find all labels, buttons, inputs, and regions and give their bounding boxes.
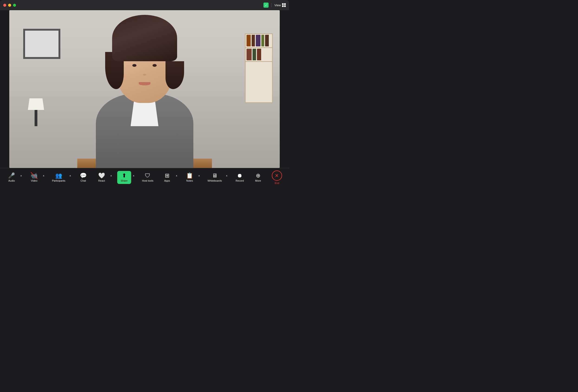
apps-label: Apps bbox=[164, 179, 170, 182]
record-button[interactable]: ⏺ Record bbox=[233, 171, 247, 184]
record-label: Record bbox=[236, 179, 244, 182]
share-icon: ⬆ bbox=[122, 173, 127, 178]
shelf-row-1 bbox=[245, 34, 272, 48]
title-bar: ✓ View bbox=[0, 0, 289, 10]
participants-chevron[interactable]: ▲ bbox=[69, 173, 72, 178]
apps-icon: ⊞ bbox=[165, 173, 169, 178]
react-label: React bbox=[98, 179, 105, 182]
share-chevron[interactable]: ▲ bbox=[132, 173, 135, 178]
camera-icon: 📹 bbox=[31, 173, 38, 178]
more-icon: ⊕ bbox=[256, 173, 260, 178]
video-button[interactable]: 📹 Video bbox=[27, 171, 41, 184]
notes-label: Notes bbox=[186, 179, 193, 182]
host-tools-group: 🛡 Host tools bbox=[140, 171, 156, 184]
chat-button[interactable]: 💬 Chat bbox=[76, 171, 90, 184]
share-button[interactable]: ⬆ Share bbox=[117, 171, 131, 184]
person-video bbox=[77, 10, 212, 168]
notes-group: 📋 Notes ▲ bbox=[183, 171, 201, 184]
end-label: End bbox=[275, 182, 279, 184]
video-area bbox=[9, 10, 280, 168]
lamp-shade bbox=[28, 98, 44, 110]
video-group: 📹 Video ▲ bbox=[27, 171, 45, 184]
react-button[interactable]: 🤍 React bbox=[95, 171, 109, 184]
record-icon: ⏺ bbox=[237, 173, 242, 178]
apps-button[interactable]: ⊞ Apps bbox=[160, 171, 174, 184]
toolbar: 🎤 Audio ▲ 📹 Video ▲ 👥 Participants ▲ 💬 C… bbox=[0, 168, 289, 186]
host-tools-button[interactable]: 🛡 Host tools bbox=[140, 171, 156, 184]
person-hair-top bbox=[112, 15, 177, 61]
audio-label: Audio bbox=[8, 179, 15, 182]
video-background bbox=[9, 10, 280, 168]
view-button[interactable]: View bbox=[274, 3, 286, 7]
audio-chevron[interactable]: ▲ bbox=[19, 173, 23, 178]
microphone-icon: 🎤 bbox=[8, 173, 15, 178]
react-icon: 🤍 bbox=[98, 173, 105, 178]
bookshelf bbox=[245, 33, 273, 103]
close-button[interactable] bbox=[3, 4, 6, 7]
notes-chevron[interactable]: ▲ bbox=[197, 173, 201, 178]
end-button[interactable]: ✕ End bbox=[270, 169, 284, 186]
share-label: Share bbox=[121, 179, 127, 182]
grid-icon bbox=[282, 3, 286, 7]
notes-button[interactable]: 📋 Notes bbox=[183, 171, 197, 184]
view-label: View bbox=[274, 3, 281, 7]
end-group: ✕ End bbox=[270, 169, 284, 186]
traffic-lights bbox=[3, 4, 16, 7]
participants-icon: 👥 bbox=[55, 173, 62, 178]
participants-button[interactable]: 👥 Participants bbox=[50, 171, 68, 184]
chat-icon: 💬 bbox=[80, 173, 87, 178]
end-icon: ✕ bbox=[272, 171, 282, 181]
share-group: ⬆ Share ▲ bbox=[117, 171, 135, 184]
record-group: ⏺ Record bbox=[233, 171, 247, 184]
maximize-button[interactable] bbox=[13, 4, 16, 7]
apps-chevron[interactable]: ▲ bbox=[175, 173, 178, 178]
more-button[interactable]: ⊕ More bbox=[251, 171, 265, 184]
shelf-row-2 bbox=[245, 48, 272, 62]
whiteboard-icon: 🖥 bbox=[212, 173, 218, 178]
person-hair-right bbox=[165, 61, 184, 89]
audio-button[interactable]: 🎤 Audio bbox=[5, 171, 19, 184]
participants-group: 👥 Participants ▲ bbox=[50, 171, 72, 184]
participants-label: Participants bbox=[52, 179, 65, 182]
security-badge: ✓ bbox=[263, 2, 269, 8]
audio-group: 🎤 Audio ▲ bbox=[5, 171, 23, 184]
video-chevron[interactable]: ▲ bbox=[42, 173, 45, 178]
more-label: More bbox=[255, 179, 261, 182]
react-group: 🤍 React ▲ bbox=[95, 171, 113, 184]
lamp bbox=[28, 98, 44, 126]
video-label: Video bbox=[31, 179, 37, 182]
chat-label: Chat bbox=[81, 179, 86, 182]
host-tools-label: Host tools bbox=[142, 179, 153, 182]
whiteboards-label: Whiteboards bbox=[207, 179, 222, 182]
whiteboards-group: 🖥 Whiteboards ▲ bbox=[205, 171, 228, 184]
react-chevron[interactable]: ▲ bbox=[110, 173, 113, 178]
whiteboards-button[interactable]: 🖥 Whiteboards bbox=[205, 171, 224, 184]
chat-group: 💬 Chat bbox=[76, 171, 90, 184]
whiteboards-chevron[interactable]: ▲ bbox=[225, 173, 228, 178]
shield-icon: ✓ bbox=[263, 2, 269, 8]
notes-icon: 📋 bbox=[186, 173, 193, 178]
picture-frame bbox=[23, 29, 60, 59]
apps-group: ⊞ Apps ▲ bbox=[160, 171, 178, 184]
lamp-base bbox=[35, 110, 37, 126]
more-group: ⊕ More bbox=[251, 171, 265, 184]
divider bbox=[271, 3, 272, 7]
title-bar-right: ✓ View bbox=[263, 2, 286, 8]
shield-host-icon: 🛡 bbox=[145, 173, 150, 178]
minimize-button[interactable] bbox=[8, 4, 11, 7]
